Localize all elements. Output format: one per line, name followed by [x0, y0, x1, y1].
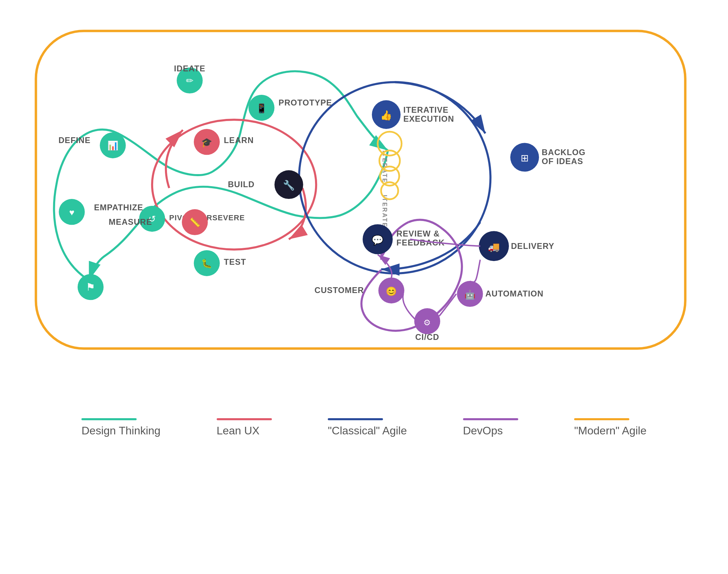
learn-label: LEARN	[224, 135, 254, 145]
legend-label-modern-agile: "Modern" Agile	[574, 424, 647, 437]
backlog-icon: ⊞	[521, 153, 529, 163]
backlog-label-1: BACKLOG	[542, 148, 586, 157]
empathize-label: EMPATHIZE	[94, 203, 143, 212]
legend-label-devops: DevOps	[463, 424, 503, 437]
customer-icon: 😊	[386, 286, 397, 297]
legend-classical-agile: "Classical" Agile	[328, 418, 407, 437]
flag-icon: ⚑	[86, 281, 95, 293]
automation-label: AUTOMATION	[485, 289, 544, 298]
legend-devops: DevOps	[463, 418, 518, 437]
devops-line-5	[403, 294, 415, 319]
test-label: TEST	[224, 257, 246, 266]
empathize-icon: ♥	[69, 208, 74, 217]
review-label-1: REVIEW &	[396, 229, 440, 238]
legend-label-lean-ux: Lean UX	[217, 424, 260, 437]
legend-lean-ux: Lean UX	[217, 418, 272, 437]
iterative-label-2: EXECUTION	[403, 114, 454, 123]
legend-design-thinking: Design Thinking	[81, 418, 160, 437]
measure-label: MEASURE	[109, 217, 152, 226]
delivery-icon: 🚚	[488, 241, 500, 253]
define-icon: 📊	[107, 140, 119, 151]
build-label: BUILD	[228, 180, 255, 189]
legend-line-design-thinking	[81, 418, 137, 420]
iterative-icon: 👍	[380, 110, 392, 121]
legend-line-modern-agile	[574, 418, 629, 420]
legend-line-devops	[463, 418, 518, 420]
delivery-label: DELIVERY	[511, 241, 554, 251]
automation-icon: 🤖	[464, 290, 476, 300]
learn-icon: 🎓	[201, 137, 213, 148]
ideate-label: IDEATE	[174, 64, 205, 73]
customer-label: CUSTOMER	[315, 285, 364, 295]
diagram-area: ITERATE ITERATE	[19, 21, 709, 383]
legend-label-design-thinking: Design Thinking	[81, 424, 160, 437]
legend-modern-agile: "Modern" Agile	[574, 418, 647, 437]
measure-icon: 📏	[189, 217, 201, 228]
cicd-label: CI/CD	[415, 332, 439, 342]
cicd-icon: ⚙	[423, 318, 431, 327]
iterative-label-1: ITERATIVE	[403, 105, 449, 114]
backlog-label-2: OF IDEAS	[542, 157, 583, 166]
devops-line-3	[470, 260, 480, 282]
prototype-label: PROTOTYPE	[278, 98, 332, 107]
test-icon: 🐛	[201, 258, 213, 269]
legend-line-lean-ux	[217, 418, 272, 420]
devops-line-4	[439, 294, 456, 316]
prototype-icon: 📱	[256, 103, 267, 114]
build-icon: 🔧	[283, 180, 295, 191]
lean-ux-arrow-1	[166, 130, 183, 188]
legend-line-classical-agile	[328, 418, 383, 420]
spiral-1	[378, 132, 402, 155]
ideate-icon: ✏	[186, 76, 194, 85]
review-icon: 💬	[372, 234, 384, 246]
legend-area: Design Thinking Lean UX "Classical" Agil…	[19, 383, 709, 452]
devops-line-1	[378, 255, 392, 278]
define-label: DEFINE	[58, 135, 90, 145]
main-container: ITERATE ITERATE	[19, 21, 709, 503]
legend-label-classical-agile: "Classical" Agile	[328, 424, 407, 437]
